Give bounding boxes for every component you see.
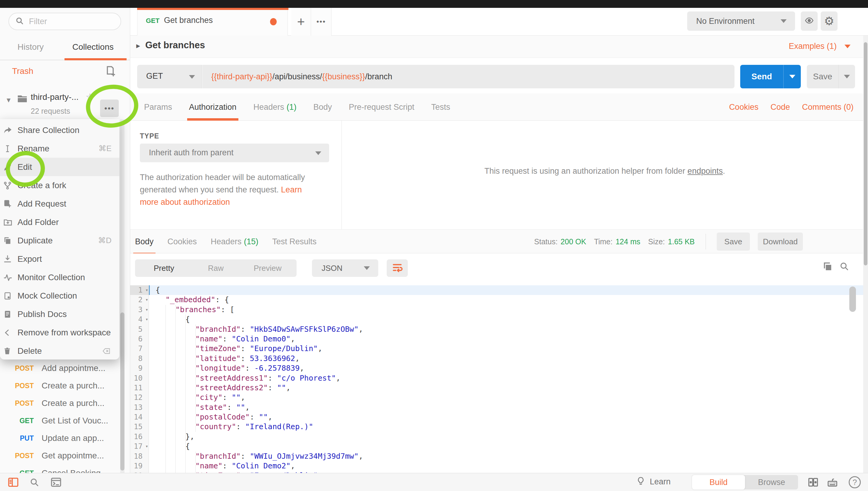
sidebar-tabs: History Collections: [0, 38, 130, 60]
view-mode-toggle: PrettyRawPreview: [135, 259, 297, 277]
send-button[interactable]: Send: [740, 65, 784, 88]
sidebar-request-create-a-purch[interactable]: POSTCreate a purch...: [0, 377, 119, 395]
main-scrollbar-thumb[interactable]: [864, 42, 867, 265]
view-mode-preview[interactable]: Preview: [242, 264, 293, 273]
fold-caret-icon[interactable]: ▾: [145, 441, 148, 451]
menu-item-monitor-collection[interactable]: Monitor Collection: [0, 268, 119, 287]
fold-caret-icon[interactable]: ▾: [145, 305, 148, 315]
disclosure-caret-icon[interactable]: ▸: [136, 41, 140, 50]
request-tab-headers[interactable]: Headers(1): [253, 93, 297, 121]
request-tab-body[interactable]: Body: [313, 93, 332, 121]
method-selector[interactable]: GET: [137, 65, 202, 88]
collection-expand-caret-icon[interactable]: ▾: [7, 95, 10, 105]
trash-link[interactable]: Trash: [12, 66, 33, 76]
request-tab-pre-request-script[interactable]: Pre-request Script: [349, 93, 414, 121]
menu-item-edit[interactable]: Edit: [0, 158, 119, 176]
code-line: 11"streetAddress2": "",: [130, 383, 868, 393]
menu-item-export[interactable]: Export: [0, 250, 119, 268]
settings-button[interactable]: ⚙: [821, 11, 838, 31]
favorite-star-icon[interactable]: ☆: [86, 91, 94, 103]
authorization-panel: TYPE Inherit auth from parent The author…: [130, 121, 868, 229]
menu-item-create-a-fork[interactable]: Create a fork: [0, 176, 119, 195]
console-button[interactable]: [50, 475, 63, 489]
response-save-button[interactable]: Save: [717, 233, 750, 251]
tab-history[interactable]: History: [18, 42, 44, 52]
environment-selector[interactable]: No Environment: [687, 11, 795, 31]
toggle-sidebar-button[interactable]: [7, 475, 20, 489]
wrap-text-button[interactable]: [387, 259, 408, 277]
response-tab-body[interactable]: Body: [135, 228, 154, 255]
find-button[interactable]: [28, 475, 41, 489]
menu-item-label: Add Request: [18, 199, 66, 209]
fold-caret-icon[interactable]: ▾: [145, 295, 148, 305]
filter-input[interactable]: [29, 17, 107, 26]
size-value: 1.65 KB: [668, 237, 695, 246]
open-request-tab[interactable]: GET Get branches: [137, 8, 288, 36]
response-download-button[interactable]: Download: [758, 233, 803, 251]
sidebar-request-get-appointme[interactable]: POSTGet appointme...: [0, 447, 119, 464]
link-code[interactable]: Code: [770, 103, 790, 112]
menu-item-publish-docs[interactable]: Publish Docs: [0, 305, 119, 323]
sidebar-request-cancel-booking[interactable]: GETCancel Booking: [0, 464, 119, 473]
sidebar-request-add-appointme[interactable]: POSTAdd appointme...: [0, 359, 119, 377]
endpoints-link[interactable]: endpoints: [687, 167, 723, 176]
response-tab-headers[interactable]: Headers(15): [211, 228, 258, 255]
view-mode-raw[interactable]: Raw: [190, 264, 242, 273]
fold-caret-icon[interactable]: ▾: [145, 285, 148, 295]
sidebar-request-create-a-purch[interactable]: POSTCreate a purch...: [0, 395, 119, 412]
method-badge: GET: [0, 417, 34, 425]
menu-item-delete[interactable]: Delete: [0, 342, 119, 360]
collection-more-button[interactable]: •••: [100, 99, 119, 117]
share-icon: [3, 125, 13, 135]
response-tab-test-results[interactable]: Test Results: [272, 228, 316, 255]
sidebar-request-list: POSTAdd appointme...POSTCreate a purch..…: [0, 359, 119, 473]
new-collection-icon[interactable]: [104, 64, 118, 79]
request-tab-params[interactable]: Params: [144, 93, 172, 121]
help-button[interactable]: ?: [849, 476, 861, 488]
request-tab-tests[interactable]: Tests: [431, 93, 450, 121]
code-line: 4▾{: [130, 315, 868, 324]
send-options-button[interactable]: [784, 65, 801, 88]
sidebar-request-update-an-app[interactable]: PUTUpdate an app...: [0, 430, 119, 447]
environment-preview-button[interactable]: [801, 11, 818, 31]
unsaved-dot-icon: [270, 18, 277, 25]
menu-item-remove-from-workspace[interactable]: Remove from workspace: [0, 323, 119, 342]
response-tab-cookies[interactable]: Cookies: [167, 228, 197, 255]
tab-method-badge: GET: [146, 17, 159, 25]
request-tabs: ParamsAuthorizationHeaders(1)BodyPre-req…: [144, 93, 450, 121]
copy-response-button[interactable]: [822, 261, 833, 273]
save-options-button[interactable]: [839, 65, 855, 88]
menu-item-add-folder[interactable]: Add Folder: [0, 213, 119, 231]
menu-item-share-collection[interactable]: Share Collection: [0, 121, 119, 139]
response-scrollbar-thumb[interactable]: [849, 287, 856, 312]
tab-collections[interactable]: Collections: [72, 42, 114, 52]
filter-box[interactable]: [8, 13, 121, 30]
shortcuts-button[interactable]: [826, 475, 839, 489]
link-cookies[interactable]: Cookies: [729, 103, 758, 112]
learn-button[interactable]: Learn: [636, 475, 671, 488]
fold-caret-icon[interactable]: ▾: [145, 315, 148, 324]
examples-dropdown[interactable]: Examples (1): [789, 41, 850, 51]
tab-options-button[interactable]: •••: [311, 8, 332, 36]
auth-type-label: TYPE: [140, 132, 159, 140]
menu-item-duplicate[interactable]: Duplicate⌘D: [0, 231, 119, 250]
build-toggle[interactable]: Build: [692, 475, 745, 490]
menu-item-mock-collection[interactable]: Mock Collection: [0, 287, 119, 305]
menu-item-add-request[interactable]: Add Request: [0, 195, 119, 213]
auth-type-selector[interactable]: Inherit auth from parent: [140, 144, 329, 162]
browse-toggle[interactable]: Browse: [745, 475, 798, 490]
link-comments-0[interactable]: Comments (0): [802, 103, 854, 112]
search-response-button[interactable]: [839, 261, 849, 272]
url-input[interactable]: {{third-party-api}}/api/business/{{busin…: [202, 65, 735, 88]
format-selector[interactable]: JSON: [312, 259, 378, 277]
save-button[interactable]: Save: [807, 65, 839, 88]
new-tab-button[interactable]: +: [291, 8, 311, 36]
menu-item-rename[interactable]: Rename⌘E: [0, 139, 119, 158]
request-tab-authorization[interactable]: Authorization: [189, 93, 237, 121]
sidebar-request-get-list-of-vouc[interactable]: GETGet List of Vouc...: [0, 412, 119, 430]
collection-name[interactable]: third-party-...: [31, 92, 79, 102]
sidebar-scrollbar-thumb[interactable]: [120, 313, 124, 470]
two-pane-view-button[interactable]: [807, 475, 820, 489]
collection-row[interactable]: ▾ third-party-... ☆ ••• 22 requests: [0, 84, 119, 119]
view-mode-pretty[interactable]: Pretty: [138, 264, 190, 273]
